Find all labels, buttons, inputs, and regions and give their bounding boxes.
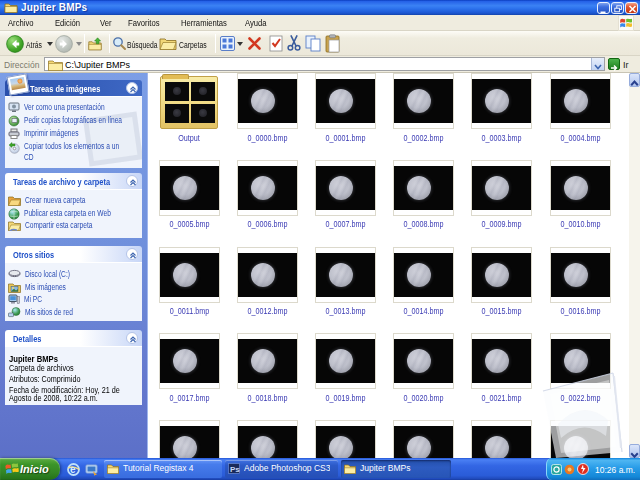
svg-text:Ps: Ps bbox=[230, 465, 240, 474]
svg-text:e: e bbox=[70, 464, 76, 475]
